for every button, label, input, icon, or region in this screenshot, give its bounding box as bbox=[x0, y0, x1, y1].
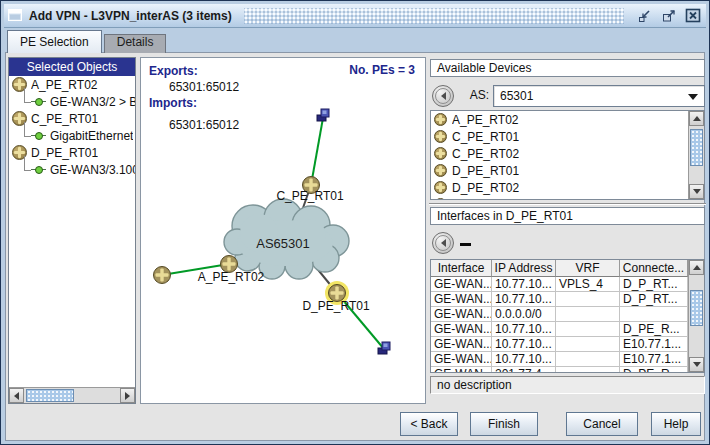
cell-connected[interactable] bbox=[620, 307, 688, 322]
tree-item-interface[interactable]: GE-WAN3/3.100 bbox=[9, 161, 135, 178]
cancel-button[interactable]: Cancel bbox=[566, 412, 638, 436]
cell-connected[interactable]: E10.77.1... bbox=[620, 337, 688, 352]
cell-vrf[interactable] bbox=[556, 307, 620, 322]
tree-item-label: C_PE_RT01 bbox=[31, 112, 98, 126]
cell-ip[interactable]: 10.77.10... bbox=[492, 352, 556, 367]
as-cloud[interactable]: AS65301 bbox=[224, 199, 349, 279]
tab-pe-selection[interactable]: PE Selection bbox=[7, 30, 102, 53]
table-row[interactable]: GE-WAN... 10.77.10... VPLS_4 D_P_RT... bbox=[431, 277, 704, 292]
router-icon bbox=[434, 198, 447, 200]
down-arrow-icon bbox=[693, 189, 701, 194]
column-header-ip-address[interactable]: IP Address bbox=[492, 260, 556, 277]
cell-interface[interactable]: GE-WAN bbox=[431, 367, 492, 373]
cell-ip[interactable]: 0.0.0.0/0 bbox=[492, 307, 556, 322]
device-list-scrollbar[interactable] bbox=[688, 111, 704, 199]
cell-ip[interactable]: 10.77.10... bbox=[492, 337, 556, 352]
device-list-item-partial[interactable] bbox=[431, 196, 704, 200]
column-header-vrf[interactable]: VRF bbox=[556, 260, 620, 277]
move-interface-left-button[interactable] bbox=[432, 232, 454, 254]
back-button[interactable]: < Back bbox=[400, 412, 458, 436]
as-cloud-label: AS65301 bbox=[256, 236, 310, 251]
cell-connected[interactable]: D_PE_R... bbox=[620, 322, 688, 337]
cell-interface[interactable]: GE-WAN... bbox=[431, 292, 492, 307]
cell-interface[interactable]: GE-WAN... bbox=[431, 352, 492, 367]
scrollbar-thumb[interactable] bbox=[690, 290, 703, 326]
interfaces-header: Interfaces in D_PE_RT01 bbox=[430, 207, 705, 225]
tab-details[interactable]: Details bbox=[104, 34, 167, 53]
cell-connected[interactable]: D_PE_R bbox=[620, 367, 688, 373]
title-bar[interactable]: Add VPN - L3VPN_interAS (3 items) bbox=[4, 4, 706, 28]
tree-item-interface[interactable]: GigabitEthernet bbox=[9, 127, 135, 144]
selected-objects-header: Selected Objects bbox=[9, 58, 135, 76]
table-row[interactable]: GE-WAN... 10.77.10... E10.77.1... bbox=[431, 352, 704, 367]
remove-button[interactable] bbox=[460, 238, 474, 250]
cell-interface[interactable]: GE-WAN... bbox=[431, 322, 492, 337]
ce-device-top[interactable] bbox=[317, 109, 329, 121]
available-devices-header: Available Devices bbox=[430, 59, 705, 77]
scroll-down-button[interactable] bbox=[689, 184, 704, 199]
help-button[interactable]: Help bbox=[651, 412, 701, 436]
close-button[interactable] bbox=[684, 7, 702, 24]
router-node-left[interactable] bbox=[154, 267, 171, 284]
table-row[interactable]: GE-WAN... 10.77.10... E10.77.1... bbox=[431, 337, 704, 352]
cell-ip[interactable]: 201.77.4 bbox=[492, 367, 556, 373]
device-list-item[interactable]: C_PE_RT01 bbox=[431, 128, 704, 145]
device-list-item[interactable]: D_PE_RT01 bbox=[431, 162, 704, 179]
scroll-left-button[interactable] bbox=[9, 388, 24, 403]
scroll-up-button[interactable] bbox=[689, 111, 704, 126]
imports-value: 65301:65012 bbox=[149, 111, 239, 133]
minus-icon bbox=[460, 243, 471, 246]
cell-connected[interactable]: D_P_RT... bbox=[620, 277, 688, 292]
cell-connected[interactable]: D_P_RT... bbox=[620, 292, 688, 307]
move-device-left-button[interactable] bbox=[432, 85, 454, 107]
cell-vrf[interactable]: VPLS_4 bbox=[556, 277, 620, 292]
tab-details-label: Details bbox=[117, 35, 154, 49]
topology-panel: AS65301 C_PE_RT01 A_PE_RT02 D_PE_RT01 Ex… bbox=[140, 57, 426, 404]
finish-button[interactable]: Finish bbox=[470, 412, 538, 436]
maximize-button[interactable] bbox=[660, 7, 678, 24]
c-pe-label: C_PE_RT01 bbox=[276, 189, 343, 203]
route-targets-block: Exports: 65301:65012 Imports: 65301:6501… bbox=[149, 63, 239, 133]
tree-item-interface[interactable]: GE-WAN3/2 > B bbox=[9, 93, 135, 110]
cell-interface[interactable]: GE-WAN... bbox=[431, 307, 492, 322]
table-row-partial[interactable]: GE-WAN 201.77.4 D_PE_R bbox=[431, 367, 704, 373]
column-header-connected[interactable]: Connecte... bbox=[620, 260, 688, 277]
cell-interface[interactable]: GE-WAN... bbox=[431, 337, 492, 352]
table-row[interactable]: GE-WAN... 10.77.10... D_P_RT... bbox=[431, 292, 704, 307]
router-icon bbox=[434, 181, 447, 194]
device-list-item[interactable]: D_PE_RT02 bbox=[431, 179, 704, 196]
cell-ip[interactable]: 10.77.10... bbox=[492, 292, 556, 307]
scroll-down-button[interactable] bbox=[689, 357, 704, 372]
available-devices-list: A_PE_RT02 C_PE_RT01 C_PE_RT02 D_PE_RT01 … bbox=[430, 110, 705, 200]
scrollbar-thumb[interactable] bbox=[26, 389, 74, 402]
cell-ip[interactable]: 10.77.10... bbox=[492, 277, 556, 292]
exports-label: Exports: bbox=[149, 63, 239, 79]
up-arrow-icon bbox=[693, 116, 701, 121]
table-row[interactable]: GE-WAN... 0.0.0.0/0 bbox=[431, 307, 704, 322]
minimize-button[interactable] bbox=[636, 7, 654, 24]
device-list-item[interactable]: C_PE_RT02 bbox=[431, 145, 704, 162]
cell-vrf[interactable] bbox=[556, 337, 620, 352]
interfaces-table-scrollbar[interactable] bbox=[688, 260, 704, 372]
scroll-right-button[interactable] bbox=[120, 388, 135, 403]
tab-pe-selection-label: PE Selection bbox=[20, 35, 89, 49]
exports-value: 65301:65012 bbox=[149, 79, 239, 95]
selected-objects-tree: A_PE_RT02 GE-WAN3/2 > B C_PE_RT01 Gigabi… bbox=[9, 76, 135, 387]
table-row[interactable]: GE-WAN... 10.77.10... D_PE_R... bbox=[431, 322, 704, 337]
tree-horizontal-scrollbar[interactable] bbox=[9, 387, 135, 403]
scroll-up-button[interactable] bbox=[689, 260, 704, 275]
device-list-item[interactable]: A_PE_RT02 bbox=[431, 111, 704, 128]
cell-ip[interactable]: 10.77.10... bbox=[492, 322, 556, 337]
cell-vrf[interactable] bbox=[556, 322, 620, 337]
cell-connected[interactable]: E10.77.1... bbox=[620, 352, 688, 367]
cell-vrf[interactable] bbox=[556, 352, 620, 367]
column-header-interface[interactable]: Interface bbox=[431, 260, 492, 277]
device-name: D_PE_RT01 bbox=[452, 164, 519, 178]
as-label: AS: bbox=[457, 88, 489, 102]
port-icon bbox=[31, 97, 46, 106]
scrollbar-thumb[interactable] bbox=[690, 129, 703, 166]
as-combobox[interactable]: 65301 bbox=[493, 85, 705, 107]
cell-interface[interactable]: GE-WAN... bbox=[431, 277, 492, 292]
cell-vrf[interactable] bbox=[556, 292, 620, 307]
cell-vrf[interactable] bbox=[556, 367, 620, 373]
